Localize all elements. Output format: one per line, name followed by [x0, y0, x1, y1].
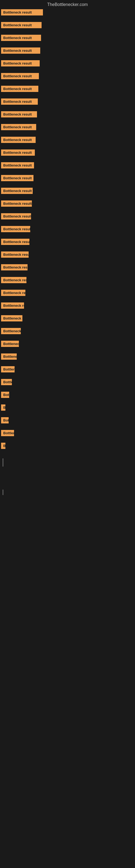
bottleneck-result-bar: Bottleneck result: [1, 35, 41, 41]
bottleneck-result-bar: Bottleneck result: [1, 48, 40, 54]
bar-row: Bot: [0, 416, 135, 424]
bar-row: Bottleneck result: [0, 250, 135, 258]
site-title: TheBottlenecker.com: [0, 0, 135, 8]
cursor-line: [3, 458, 3, 467]
bottleneck-result-bar: Bottleneck result: [1, 124, 36, 130]
bottleneck-result-bar: Bottleneck result: [1, 188, 33, 194]
bar-row: Bottleneck result: [0, 289, 135, 296]
bottleneck-result-bar: B: [1, 404, 5, 411]
bottleneck-result-bar: Bottleneck result: [1, 264, 28, 271]
bar-row: Bottleneck result: [0, 135, 135, 143]
bar-row: Bottleneck result: [0, 314, 135, 321]
bottleneck-result-bar: Bottleneck result: [1, 303, 24, 309]
bottleneck-result-bar: Bottleneck result: [1, 239, 30, 245]
bar-row: Bottleneck result: [0, 161, 135, 168]
bottleneck-result-bar: Bottleneck result: [1, 392, 9, 398]
bottleneck-result-bar: Bottleneck result: [1, 341, 19, 347]
bottleneck-result-bar: Bottleneck result: [1, 379, 12, 385]
bar-row: Bottleneck result: [0, 34, 135, 41]
bar-row: Bottleneck result: [0, 340, 135, 347]
cursor-indicator: [3, 490, 3, 495]
bottleneck-result-bar: Bottler: [1, 430, 14, 436]
bottleneck-result-bar: Bottleneck result: [1, 150, 35, 156]
bar-row: Bottleneck result: [0, 110, 135, 118]
bottleneck-result-bar: Bottleneck result: [1, 111, 37, 118]
bar-row: Bottleneck result: [0, 352, 135, 360]
site-header: TheBottlenecker.com: [0, 0, 135, 8]
bar-row: Bottler: [0, 429, 135, 436]
bar-row: Bottleneck result: [0, 187, 135, 194]
bar-row: Bottleneck result: [0, 46, 135, 54]
bar-row: Bottleneck result: [0, 199, 135, 207]
bar-row: Bottleneck result: [0, 97, 135, 105]
bottleneck-result-bar: Bottleneck result: [1, 60, 40, 66]
bottleneck-result-bar: Bottleneck result: [1, 366, 14, 372]
bottleneck-result-bar: Bottleneck result: [1, 251, 29, 258]
bar-row: Bottleneck result: [0, 225, 135, 232]
bar-row: Bottleneck result: [0, 8, 135, 16]
bottleneck-result-bar: Bottleneck result: [1, 226, 30, 232]
bottleneck-result-bar: B: [1, 443, 5, 449]
bar-row: Bottleneck result: [0, 301, 135, 309]
bar-row: B: [0, 403, 135, 411]
bar-row: Bottleneck result: [0, 327, 135, 334]
bar-row: Bottleneck result: [0, 212, 135, 219]
bar-row: Bottleneck result: [0, 85, 135, 92]
bottleneck-result-bar: Bottleneck result: [1, 290, 26, 296]
bar-row: B: [0, 442, 135, 449]
bottleneck-result-bar: Bottleneck result: [1, 200, 32, 207]
bottleneck-result-bar: Bottleneck result: [1, 22, 42, 28]
bar-row: Bottleneck result: [0, 174, 135, 181]
bar-row: Bottleneck result: [0, 263, 135, 271]
bottleneck-result-bar: Bottleneck result: [1, 175, 34, 181]
bottleneck-result-bar: Bottleneck result: [1, 162, 34, 168]
bottleneck-result-bar: Bottleneck result: [1, 98, 38, 105]
bar-row: Bottleneck result: [0, 391, 135, 398]
bar-row: Bottleneck result: [0, 238, 135, 245]
bottleneck-result-bar: Bot: [1, 417, 9, 424]
bottleneck-result-bar: Bottleneck result: [1, 315, 22, 321]
bar-row: Bottleneck result: [0, 72, 135, 79]
bottleneck-result-bar: Bottleneck result: [1, 277, 27, 283]
bar-row: Bottleneck result: [0, 59, 135, 66]
bottleneck-result-bar: Bottleneck result: [1, 353, 17, 360]
bar-row: Bottleneck result: [0, 123, 135, 130]
bottleneck-result-bar: Bottleneck result: [1, 73, 39, 79]
bar-row: Bottleneck result: [0, 378, 135, 385]
bar-row: Bottleneck result: [0, 365, 135, 372]
bottleneck-result-bar: Bottleneck result: [1, 137, 36, 143]
bars-container: Bottleneck resultBottleneck resultBottle…: [0, 8, 135, 449]
bottleneck-result-bar: Bottleneck result: [1, 328, 21, 334]
bar-row: Bottleneck result: [0, 148, 135, 156]
bar-row: Bottleneck result: [0, 21, 135, 28]
bottleneck-result-bar: Bottleneck result: [1, 86, 38, 92]
bar-row: Bottleneck result: [0, 276, 135, 283]
bottleneck-result-bar: Bottleneck result: [1, 9, 43, 16]
bottleneck-result-bar: Bottleneck result: [1, 213, 31, 219]
